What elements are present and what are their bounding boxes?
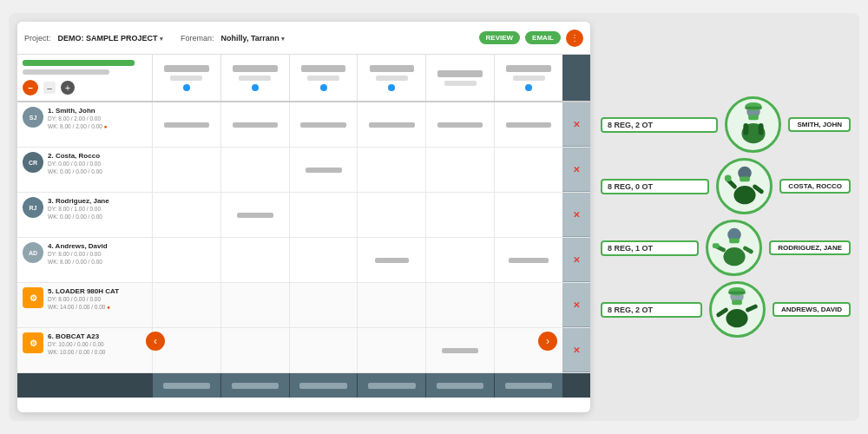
svg-rect-23 bbox=[733, 299, 743, 305]
hours-badge-2: 8 REG, 0 OT bbox=[601, 179, 709, 194]
cell-5-6[interactable] bbox=[494, 283, 562, 327]
email-button[interactable]: EMAIL bbox=[525, 31, 561, 44]
cell-6-4[interactable] bbox=[357, 328, 425, 372]
gray-bar bbox=[23, 69, 109, 75]
remove-btn-5[interactable]: ✕ bbox=[573, 300, 580, 310]
cell-2-2[interactable] bbox=[220, 148, 289, 192]
review-button[interactable]: REVIEW bbox=[479, 31, 521, 44]
footer-cell-3 bbox=[289, 373, 358, 398]
cell-1-3[interactable] bbox=[289, 102, 358, 147]
svg-rect-17 bbox=[729, 238, 740, 243]
remove-btn-6[interactable]: ✕ bbox=[573, 345, 580, 355]
table-row: RJ 3. Rodriguez, Jane DY: 8.00 / 1.00 / … bbox=[17, 193, 590, 238]
more-button[interactable]: ⋮ bbox=[566, 30, 583, 47]
cell-3-5[interactable] bbox=[425, 193, 494, 237]
avatar-4: AD bbox=[23, 242, 43, 263]
cell-2-5[interactable] bbox=[425, 148, 494, 192]
minus-button[interactable]: – bbox=[43, 82, 56, 94]
cell-6-2[interactable] bbox=[220, 328, 289, 372]
remove-btn-1[interactable]: ✕ bbox=[573, 120, 580, 129]
svg-line-10 bbox=[754, 187, 761, 192]
table-row: AD 4. Andrews, David DY: 8.00 / 0.00 / 0… bbox=[17, 238, 590, 283]
cell-2-4[interactable] bbox=[357, 148, 425, 192]
cell-4-4[interactable] bbox=[357, 238, 425, 282]
hours-badge-1: 8 REG, 2 OT bbox=[601, 117, 718, 133]
cell-3-4[interactable] bbox=[357, 193, 425, 237]
svg-point-20 bbox=[727, 309, 748, 327]
svg-point-12 bbox=[725, 174, 732, 181]
day1-dot bbox=[183, 84, 190, 91]
cell-3-1[interactable] bbox=[152, 193, 220, 237]
avatar-1: SJ bbox=[23, 107, 43, 128]
right-col-5: ✕ bbox=[562, 283, 590, 327]
header-icons: – – + bbox=[23, 80, 147, 95]
cell-3-3[interactable] bbox=[289, 193, 358, 237]
worker-card-3: 8 REG, 1 OT RODRIGUEZ, JANE bbox=[601, 220, 851, 276]
cell-5-3[interactable] bbox=[289, 283, 358, 327]
nav-arrow-right[interactable]: › bbox=[538, 332, 557, 351]
right-col-4: ✕ bbox=[562, 238, 590, 282]
svg-rect-18 bbox=[713, 243, 720, 248]
cell-1-1[interactable] bbox=[152, 102, 220, 147]
cell-1-4[interactable] bbox=[357, 102, 425, 147]
cell-1-2[interactable] bbox=[220, 102, 289, 147]
cell-5-2[interactable] bbox=[220, 283, 289, 327]
nav-arrow-left[interactable]: ‹ bbox=[146, 332, 165, 351]
worker-avatar-4 bbox=[709, 281, 766, 338]
employee-info-1: SJ 1. Smith, John DY: 8.00 / 2.00 / 0.00… bbox=[17, 102, 152, 147]
timesheet-panel: Project: DEMO: SAMPLE PROJECT ▾ Foreman:… bbox=[17, 22, 590, 412]
cell-4-5[interactable] bbox=[425, 238, 494, 282]
employee-details-6: 6. BOBCAT A23 DY: 10.00 / 0.00 / 0.00WK:… bbox=[48, 332, 147, 356]
cell-3-6[interactable] bbox=[494, 193, 562, 237]
day-cells-2 bbox=[152, 148, 562, 192]
emp-name-6: 6. BOBCAT A23 bbox=[48, 332, 147, 340]
worker-name-4: ANDREWS, DAVID bbox=[773, 302, 851, 317]
footer-cell-6 bbox=[494, 373, 562, 398]
day6-dot bbox=[525, 84, 532, 91]
remove-btn-2[interactable]: ✕ bbox=[573, 165, 580, 174]
plus-circle-button[interactable]: + bbox=[61, 81, 75, 95]
day5-bar bbox=[437, 70, 483, 77]
cell-2-6[interactable] bbox=[494, 148, 562, 192]
cell-2-3[interactable] bbox=[289, 148, 358, 192]
remove-btn-3[interactable]: ✕ bbox=[573, 210, 580, 220]
worker-avatar-1 bbox=[725, 96, 781, 153]
cell-5-5[interactable] bbox=[425, 283, 494, 327]
orange-circle-icon[interactable]: – bbox=[23, 80, 38, 95]
cell-6-5[interactable] bbox=[425, 328, 494, 372]
foreman-dropdown-arrow[interactable]: ▾ bbox=[281, 36, 285, 42]
avatar-2: CR bbox=[23, 152, 43, 173]
day6-bar bbox=[506, 65, 551, 72]
cell-4-1[interactable] bbox=[152, 238, 220, 282]
avatar-5: ⚙ bbox=[23, 287, 43, 308]
employee-info-6: ⚙ 6. BOBCAT A23 DY: 10.00 / 0.00 / 0.00W… bbox=[17, 328, 152, 372]
employee-details-2: 2. Costa, Rocco DY: 0.00 / 0.00 / 0.00WK… bbox=[48, 152, 147, 175]
day4-sub bbox=[376, 76, 408, 81]
employee-details-3: 3. Rodriguez, Jane DY: 8.00 / 1.00 / 0.0… bbox=[48, 197, 147, 220]
svg-rect-11 bbox=[740, 176, 750, 181]
cell-4-6[interactable] bbox=[494, 238, 562, 282]
emp-stats-1: DY: 8.00 / 2.00 / 0.00WK: 8.00 / 2.00 / … bbox=[48, 115, 147, 130]
cell-2-1[interactable] bbox=[152, 148, 220, 192]
cell-1-5[interactable] bbox=[425, 102, 494, 147]
svg-line-21 bbox=[719, 310, 727, 315]
emp-stats-2: DY: 0.00 / 0.00 / 0.00WK: 0.00 / 0.00 / … bbox=[48, 160, 147, 175]
cell-3-2[interactable] bbox=[220, 193, 289, 237]
day-cells-4 bbox=[152, 238, 562, 282]
cell-5-4[interactable] bbox=[357, 283, 425, 327]
day2-bar bbox=[233, 65, 278, 72]
project-dropdown-arrow[interactable]: ▾ bbox=[160, 36, 163, 42]
cell-4-3[interactable] bbox=[289, 238, 358, 282]
cell-6-3[interactable] bbox=[289, 328, 358, 372]
svg-line-16 bbox=[745, 248, 751, 252]
day5-sub bbox=[444, 81, 477, 86]
cell-4-2[interactable] bbox=[220, 238, 289, 282]
cell-1-6[interactable] bbox=[494, 102, 562, 147]
remove-btn-4[interactable]: ✕ bbox=[573, 255, 580, 265]
worker-card-2: 8 REG, 0 OT COSTA, ROCCO bbox=[601, 158, 851, 214]
emp-name-1: 1. Smith, John bbox=[48, 107, 147, 115]
cell-5-1[interactable] bbox=[152, 283, 220, 327]
day-header-5 bbox=[425, 55, 494, 101]
header-right bbox=[562, 55, 590, 101]
emp-name-2: 2. Costa, Rocco bbox=[48, 152, 147, 160]
